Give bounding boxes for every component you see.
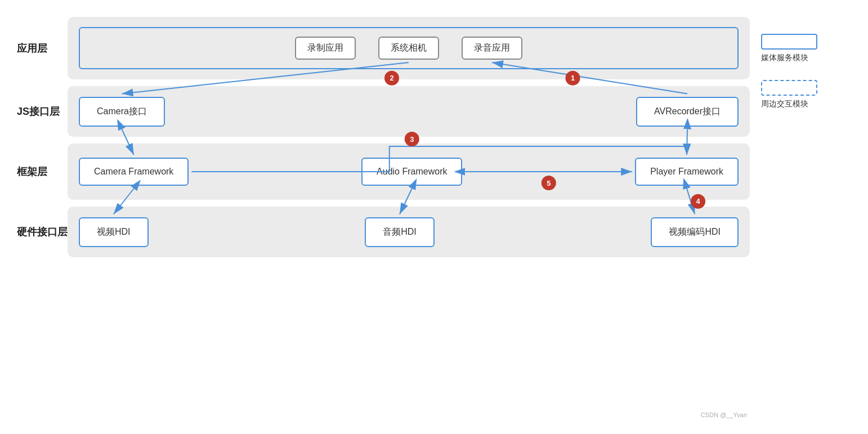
app-box-record: 录制应用 [295, 37, 356, 60]
app-layer-label: 应用层 [17, 42, 68, 55]
hw-boxes-container: 视频HDI 音频HDI 视频编码HDI [79, 217, 739, 247]
js-layer: JS接口层 Camera接口 AVRecorder接口 [17, 86, 750, 137]
js-boxes-container: Camera接口 AVRecorder接口 [79, 97, 739, 127]
framework-box-player: Player Framework [635, 158, 739, 186]
diagram-area: 应用层 录制应用 系统相机 录音应用 JS接口层 Camera接口 AVReco… [11, 11, 755, 423]
framework-layer: 框架层 Camera Framework Audio Framework Pla… [17, 144, 750, 200]
legend-peripheral-label: 周边交互模块 [761, 99, 857, 109]
app-box-camera: 系统相机 [378, 37, 439, 60]
legend-peripheral-box [761, 80, 817, 96]
hw-layer: 硬件接口层 视频HDI 音频HDI 视频编码HDI [17, 207, 750, 257]
main-container: 应用层 录制应用 系统相机 录音应用 JS接口层 Camera接口 AVReco… [0, 0, 868, 434]
legend-media-label: 媒体服务模块 [761, 53, 857, 63]
app-layer: 应用层 录制应用 系统相机 录音应用 [17, 17, 750, 79]
hw-layer-content: 视频HDI 音频HDI 视频编码HDI [68, 207, 750, 257]
framework-box-audio: Audio Framework [361, 158, 462, 186]
framework-box-camera: Camera Framework [79, 158, 189, 186]
js-box-camera: Camera接口 [79, 97, 165, 127]
framework-boxes-container: Camera Framework Audio Framework Player … [79, 158, 739, 186]
hw-box-audio: 音频HDI [365, 217, 435, 247]
app-boxes-container: 录制应用 系统相机 录音应用 [79, 27, 739, 69]
app-box-audio-record: 录音应用 [462, 37, 522, 60]
legend-peripheral: 周边交互模块 [761, 80, 857, 109]
framework-layer-content: Camera Framework Audio Framework Player … [68, 144, 750, 200]
legend-area: 媒体服务模块 周边交互模块 [755, 11, 868, 423]
watermark: CSDN @__Yvan [701, 411, 747, 418]
hw-box-video-codec: 视频编码HDI [651, 217, 739, 247]
js-box-avrecorder: AVRecorder接口 [636, 97, 739, 127]
legend-media: 媒体服务模块 [761, 34, 857, 63]
framework-layer-label: 框架层 [17, 165, 68, 178]
js-layer-content: Camera接口 AVRecorder接口 [68, 86, 750, 137]
js-layer-label: JS接口层 [17, 105, 68, 118]
app-layer-content: 录制应用 系统相机 录音应用 [68, 17, 750, 79]
hw-box-video: 视频HDI [79, 217, 149, 247]
hw-layer-label: 硬件接口层 [17, 225, 68, 239]
legend-media-box [761, 34, 817, 50]
